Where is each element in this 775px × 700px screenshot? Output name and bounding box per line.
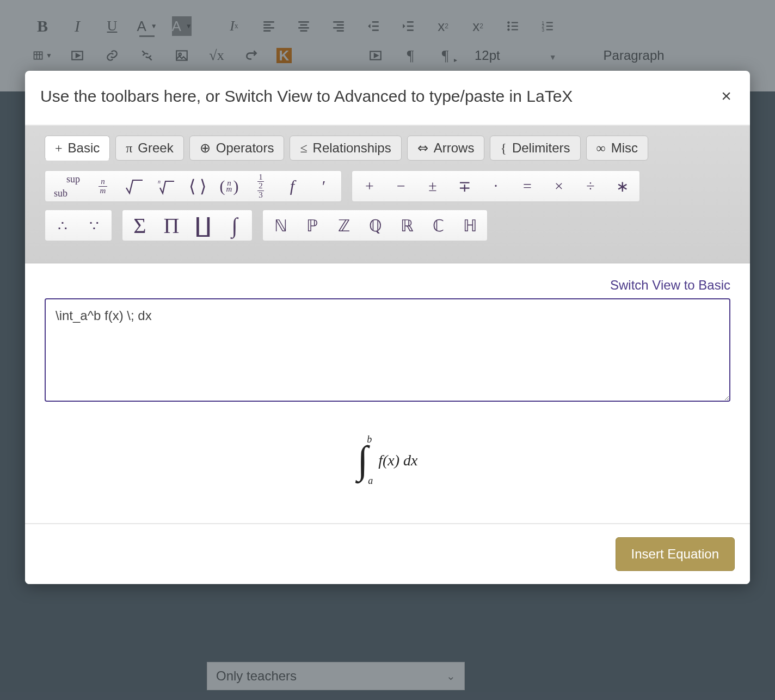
- coprod-button[interactable]: ∐: [191, 213, 215, 237]
- tab-operators[interactable]: ⊕Operators: [189, 136, 285, 161]
- tab-basic[interactable]: +Basic: [45, 136, 110, 161]
- insert-equation-button[interactable]: Insert Equation: [616, 537, 735, 571]
- asterisk-button[interactable]: ∗: [610, 174, 634, 198]
- minus-button[interactable]: −: [389, 174, 413, 198]
- plus-button[interactable]: +: [358, 174, 382, 198]
- quaternions-button[interactable]: ℍ: [458, 213, 482, 237]
- modal-title: Use the toolbars here, or Switch View to…: [40, 87, 573, 106]
- sum-button[interactable]: Σ: [128, 213, 152, 237]
- reals-button[interactable]: ℝ: [395, 213, 419, 237]
- nthroot-button[interactable]: n: [154, 174, 178, 198]
- bigops-group: Σ Π ∐ ∫: [122, 210, 253, 241]
- symbol-tabs: +Basic πGreek ⊕Operators ≤Relationships …: [45, 126, 730, 161]
- tab-arrows[interactable]: ⇔Arrows: [407, 136, 485, 161]
- tab-greek[interactable]: πGreek: [115, 136, 183, 161]
- fraction-button[interactable]: nm: [91, 174, 115, 198]
- function-button[interactable]: f: [280, 174, 304, 198]
- modal-footer: Insert Equation: [25, 523, 750, 584]
- anglebrackets-button[interactable]: ⟨ ⟩: [186, 174, 210, 198]
- prod-button[interactable]: Π: [159, 213, 183, 237]
- switch-view-link[interactable]: Switch View to Basic: [45, 278, 730, 293]
- symbol-toolbar-area: +Basic πGreek ⊕Operators ≤Relationships …: [25, 126, 750, 263]
- equation-editor-modal: Use the toolbars here, or Switch View to…: [25, 71, 750, 584]
- tab-misc[interactable]: ∞Misc: [586, 136, 648, 161]
- equation-preview: ∫ ba f(x) dx: [45, 419, 730, 501]
- tab-relationships[interactable]: ≤Relationships: [290, 136, 401, 161]
- subsup-button[interactable]: supsub: [51, 174, 83, 198]
- structures-group: supsub nm n ⟨ ⟩ (nm) 123 f ′: [45, 170, 342, 202]
- because-button[interactable]: ∵: [82, 213, 106, 237]
- integral-button[interactable]: ∫: [223, 213, 247, 237]
- dots-group: ∴ ∵: [45, 210, 112, 241]
- primes-button[interactable]: ℙ: [300, 213, 324, 237]
- latex-input-section: Switch View to Basic \int_a^b f(x) \; dx…: [25, 263, 750, 523]
- close-button[interactable]: ×: [718, 86, 735, 106]
- rationals-button[interactable]: ℚ: [363, 213, 387, 237]
- naturals-button[interactable]: ℕ: [268, 213, 292, 237]
- latex-textarea[interactable]: \int_a^b f(x) \; dx: [45, 298, 730, 402]
- sqrt-button[interactable]: [122, 174, 146, 198]
- equals-button[interactable]: =: [515, 174, 539, 198]
- integers-button[interactable]: ℤ: [331, 213, 355, 237]
- divide-button[interactable]: ÷: [579, 174, 602, 198]
- modal-header: Use the toolbars here, or Switch View to…: [25, 71, 750, 126]
- plusminus-button[interactable]: ±: [421, 174, 445, 198]
- arith-operators-group: + − ± ∓ · = × ÷ ∗: [352, 170, 640, 202]
- svg-text:n: n: [158, 179, 161, 185]
- times-button[interactable]: ×: [547, 174, 571, 198]
- sets-group: ℕ ℙ ℤ ℚ ℝ ℂ ℍ: [262, 210, 488, 241]
- prime-button[interactable]: ′: [312, 174, 336, 198]
- therefore-button[interactable]: ∴: [51, 213, 75, 237]
- complex-button[interactable]: ℂ: [426, 213, 450, 237]
- cdot-button[interactable]: ·: [484, 174, 508, 198]
- binom-button[interactable]: (nm): [217, 174, 241, 198]
- tab-delimiters[interactable]: {Delimiters: [490, 136, 580, 161]
- stackedfrac-button[interactable]: 123: [249, 174, 273, 198]
- minusplus-button[interactable]: ∓: [452, 174, 476, 198]
